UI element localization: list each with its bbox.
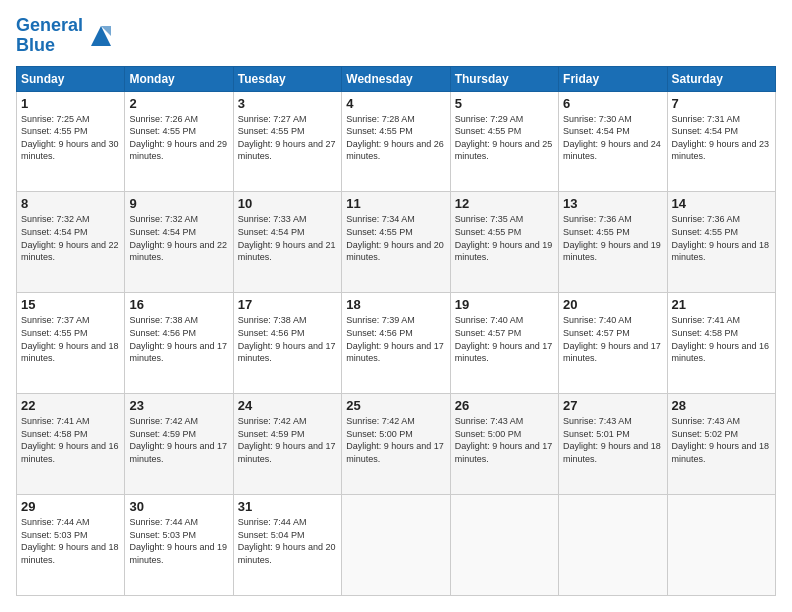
day-number: 28 <box>672 398 771 413</box>
day-info: Sunrise: 7:28 AMSunset: 4:55 PMDaylight:… <box>346 113 445 163</box>
day-info: Sunrise: 7:38 AMSunset: 4:56 PMDaylight:… <box>238 314 337 364</box>
day-number: 27 <box>563 398 662 413</box>
logo-blue: Blue <box>16 35 55 55</box>
calendar-cell: 28Sunrise: 7:43 AMSunset: 5:02 PMDayligh… <box>667 394 775 495</box>
calendar-cell: 3Sunrise: 7:27 AMSunset: 4:55 PMDaylight… <box>233 91 341 192</box>
day-number: 25 <box>346 398 445 413</box>
day-number: 30 <box>129 499 228 514</box>
day-number: 4 <box>346 96 445 111</box>
column-header-tuesday: Tuesday <box>233 66 341 91</box>
calendar-cell: 8Sunrise: 7:32 AMSunset: 4:54 PMDaylight… <box>17 192 125 293</box>
logo-general: General <box>16 15 83 35</box>
day-info: Sunrise: 7:42 AMSunset: 4:59 PMDaylight:… <box>238 415 337 465</box>
calendar-header-row: SundayMondayTuesdayWednesdayThursdayFrid… <box>17 66 776 91</box>
calendar-cell <box>559 495 667 596</box>
day-number: 3 <box>238 96 337 111</box>
calendar-cell <box>450 495 558 596</box>
calendar-cell: 7Sunrise: 7:31 AMSunset: 4:54 PMDaylight… <box>667 91 775 192</box>
day-info: Sunrise: 7:36 AMSunset: 4:55 PMDaylight:… <box>672 213 771 263</box>
day-info: Sunrise: 7:31 AMSunset: 4:54 PMDaylight:… <box>672 113 771 163</box>
calendar-week-row: 22Sunrise: 7:41 AMSunset: 4:58 PMDayligh… <box>17 394 776 495</box>
day-info: Sunrise: 7:43 AMSunset: 5:01 PMDaylight:… <box>563 415 662 465</box>
day-number: 1 <box>21 96 120 111</box>
calendar-cell: 26Sunrise: 7:43 AMSunset: 5:00 PMDayligh… <box>450 394 558 495</box>
day-number: 10 <box>238 196 337 211</box>
day-info: Sunrise: 7:42 AMSunset: 5:00 PMDaylight:… <box>346 415 445 465</box>
column-header-saturday: Saturday <box>667 66 775 91</box>
calendar-cell: 23Sunrise: 7:42 AMSunset: 4:59 PMDayligh… <box>125 394 233 495</box>
calendar-cell: 4Sunrise: 7:28 AMSunset: 4:55 PMDaylight… <box>342 91 450 192</box>
calendar-cell: 24Sunrise: 7:42 AMSunset: 4:59 PMDayligh… <box>233 394 341 495</box>
calendar-cell: 5Sunrise: 7:29 AMSunset: 4:55 PMDaylight… <box>450 91 558 192</box>
column-header-monday: Monday <box>125 66 233 91</box>
calendar-cell <box>667 495 775 596</box>
day-number: 21 <box>672 297 771 312</box>
day-info: Sunrise: 7:43 AMSunset: 5:02 PMDaylight:… <box>672 415 771 465</box>
day-info: Sunrise: 7:44 AMSunset: 5:03 PMDaylight:… <box>21 516 120 566</box>
day-number: 19 <box>455 297 554 312</box>
day-number: 20 <box>563 297 662 312</box>
calendar-cell: 18Sunrise: 7:39 AMSunset: 4:56 PMDayligh… <box>342 293 450 394</box>
header: General Blue <box>16 16 776 56</box>
day-info: Sunrise: 7:27 AMSunset: 4:55 PMDaylight:… <box>238 113 337 163</box>
calendar-cell: 15Sunrise: 7:37 AMSunset: 4:55 PMDayligh… <box>17 293 125 394</box>
column-header-wednesday: Wednesday <box>342 66 450 91</box>
day-info: Sunrise: 7:34 AMSunset: 4:55 PMDaylight:… <box>346 213 445 263</box>
logo-icon <box>87 22 115 50</box>
column-header-friday: Friday <box>559 66 667 91</box>
day-number: 7 <box>672 96 771 111</box>
calendar-cell: 31Sunrise: 7:44 AMSunset: 5:04 PMDayligh… <box>233 495 341 596</box>
day-number: 8 <box>21 196 120 211</box>
calendar-cell: 9Sunrise: 7:32 AMSunset: 4:54 PMDaylight… <box>125 192 233 293</box>
calendar-cell <box>342 495 450 596</box>
page: General Blue SundayMondayTuesdayWednesda… <box>0 0 792 612</box>
day-info: Sunrise: 7:39 AMSunset: 4:56 PMDaylight:… <box>346 314 445 364</box>
day-info: Sunrise: 7:40 AMSunset: 4:57 PMDaylight:… <box>455 314 554 364</box>
day-number: 11 <box>346 196 445 211</box>
calendar-cell: 16Sunrise: 7:38 AMSunset: 4:56 PMDayligh… <box>125 293 233 394</box>
calendar-table: SundayMondayTuesdayWednesdayThursdayFrid… <box>16 66 776 596</box>
day-info: Sunrise: 7:32 AMSunset: 4:54 PMDaylight:… <box>21 213 120 263</box>
calendar-cell: 19Sunrise: 7:40 AMSunset: 4:57 PMDayligh… <box>450 293 558 394</box>
calendar-week-row: 15Sunrise: 7:37 AMSunset: 4:55 PMDayligh… <box>17 293 776 394</box>
day-info: Sunrise: 7:37 AMSunset: 4:55 PMDaylight:… <box>21 314 120 364</box>
calendar-body: 1Sunrise: 7:25 AMSunset: 4:55 PMDaylight… <box>17 91 776 595</box>
day-info: Sunrise: 7:30 AMSunset: 4:54 PMDaylight:… <box>563 113 662 163</box>
day-number: 23 <box>129 398 228 413</box>
calendar-cell: 22Sunrise: 7:41 AMSunset: 4:58 PMDayligh… <box>17 394 125 495</box>
calendar-cell: 21Sunrise: 7:41 AMSunset: 4:58 PMDayligh… <box>667 293 775 394</box>
day-info: Sunrise: 7:33 AMSunset: 4:54 PMDaylight:… <box>238 213 337 263</box>
day-info: Sunrise: 7:43 AMSunset: 5:00 PMDaylight:… <box>455 415 554 465</box>
calendar-cell: 11Sunrise: 7:34 AMSunset: 4:55 PMDayligh… <box>342 192 450 293</box>
calendar-cell: 29Sunrise: 7:44 AMSunset: 5:03 PMDayligh… <box>17 495 125 596</box>
day-number: 12 <box>455 196 554 211</box>
calendar-cell: 17Sunrise: 7:38 AMSunset: 4:56 PMDayligh… <box>233 293 341 394</box>
calendar-week-row: 1Sunrise: 7:25 AMSunset: 4:55 PMDaylight… <box>17 91 776 192</box>
day-info: Sunrise: 7:44 AMSunset: 5:03 PMDaylight:… <box>129 516 228 566</box>
day-info: Sunrise: 7:35 AMSunset: 4:55 PMDaylight:… <box>455 213 554 263</box>
day-info: Sunrise: 7:41 AMSunset: 4:58 PMDaylight:… <box>672 314 771 364</box>
calendar-cell: 20Sunrise: 7:40 AMSunset: 4:57 PMDayligh… <box>559 293 667 394</box>
calendar-cell: 12Sunrise: 7:35 AMSunset: 4:55 PMDayligh… <box>450 192 558 293</box>
day-info: Sunrise: 7:26 AMSunset: 4:55 PMDaylight:… <box>129 113 228 163</box>
calendar-cell: 2Sunrise: 7:26 AMSunset: 4:55 PMDaylight… <box>125 91 233 192</box>
calendar-cell: 13Sunrise: 7:36 AMSunset: 4:55 PMDayligh… <box>559 192 667 293</box>
calendar-cell: 14Sunrise: 7:36 AMSunset: 4:55 PMDayligh… <box>667 192 775 293</box>
day-number: 16 <box>129 297 228 312</box>
day-info: Sunrise: 7:40 AMSunset: 4:57 PMDaylight:… <box>563 314 662 364</box>
logo-text: General Blue <box>16 16 83 56</box>
day-info: Sunrise: 7:25 AMSunset: 4:55 PMDaylight:… <box>21 113 120 163</box>
day-number: 31 <box>238 499 337 514</box>
column-header-thursday: Thursday <box>450 66 558 91</box>
day-number: 15 <box>21 297 120 312</box>
day-number: 9 <box>129 196 228 211</box>
day-info: Sunrise: 7:29 AMSunset: 4:55 PMDaylight:… <box>455 113 554 163</box>
calendar-cell: 1Sunrise: 7:25 AMSunset: 4:55 PMDaylight… <box>17 91 125 192</box>
calendar-cell: 10Sunrise: 7:33 AMSunset: 4:54 PMDayligh… <box>233 192 341 293</box>
day-number: 5 <box>455 96 554 111</box>
calendar-cell: 6Sunrise: 7:30 AMSunset: 4:54 PMDaylight… <box>559 91 667 192</box>
day-info: Sunrise: 7:44 AMSunset: 5:04 PMDaylight:… <box>238 516 337 566</box>
day-number: 24 <box>238 398 337 413</box>
day-info: Sunrise: 7:36 AMSunset: 4:55 PMDaylight:… <box>563 213 662 263</box>
day-number: 2 <box>129 96 228 111</box>
